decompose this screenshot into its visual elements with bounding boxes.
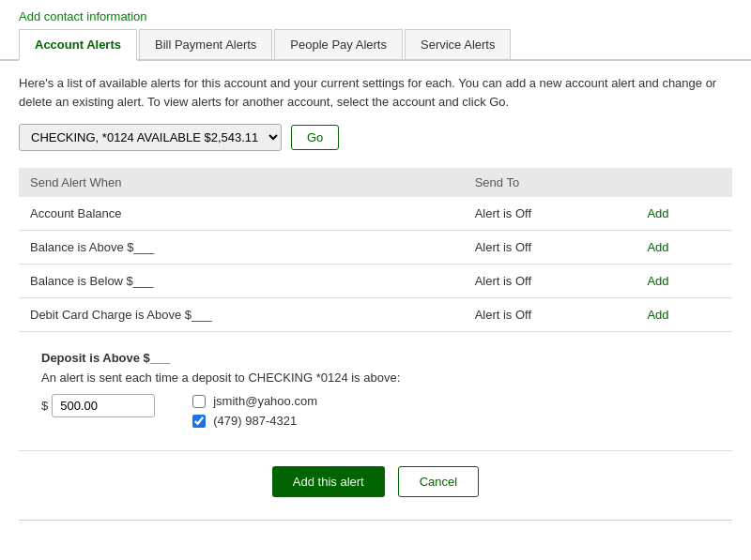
send-to-header: Send To bbox=[464, 168, 636, 197]
main-content: Here's a list of available alerts for th… bbox=[0, 61, 751, 520]
alert-action: Add bbox=[636, 197, 732, 231]
send-alert-when-header: Send Alert When bbox=[19, 168, 464, 197]
add-link[interactable]: Add bbox=[647, 206, 668, 220]
amount-input-row: $ bbox=[41, 394, 155, 417]
action-buttons: Add this alert Cancel bbox=[19, 451, 732, 507]
alert-label: Balance is Above $___ bbox=[19, 231, 464, 265]
contact-option-email: jsmith@yahoo.com bbox=[192, 394, 317, 408]
description-text: Here's a list of available alerts for th… bbox=[19, 74, 732, 111]
tab-account-alerts[interactable]: Account Alerts bbox=[19, 29, 137, 61]
add-contact-link[interactable]: Add contact information bbox=[19, 9, 147, 23]
phone-checkbox[interactable] bbox=[192, 415, 206, 428]
cancel-button[interactable]: Cancel bbox=[398, 466, 479, 497]
expanded-content: Deposit is Above $___ An alert is sent e… bbox=[30, 341, 721, 441]
dollar-sign: $ bbox=[41, 399, 48, 413]
add-alert-button[interactable]: Add this alert bbox=[272, 466, 385, 497]
contact-option-phone: (479) 987-4321 bbox=[192, 414, 317, 428]
alert-action: Add bbox=[636, 298, 732, 332]
alert-label: Account Balance bbox=[19, 197, 464, 231]
expanded-description: An alert is sent each time a deposit to … bbox=[41, 371, 710, 385]
expanded-alert-row: Deposit is Above $___ An alert is sent e… bbox=[19, 332, 732, 451]
table-row: Account Balance Alert is Off Add bbox=[19, 197, 732, 231]
add-link[interactable]: Add bbox=[647, 274, 668, 288]
alert-action: Add bbox=[636, 265, 732, 298]
table-row: Debit Card Charge is Above $___ Alert is… bbox=[19, 298, 732, 332]
add-link[interactable]: Add bbox=[647, 308, 668, 322]
email-checkbox[interactable] bbox=[192, 395, 206, 408]
table-row: Balance is Above $___ Alert is Off Add bbox=[19, 231, 732, 265]
tab-bill-payment-alerts[interactable]: Bill Payment Alerts bbox=[139, 29, 272, 59]
amount-input[interactable] bbox=[52, 394, 155, 417]
alerts-table: Send Alert When Send To Account Balance … bbox=[19, 168, 732, 451]
expanded-title: Deposit is Above $___ bbox=[41, 351, 710, 365]
alert-status: Alert is Off bbox=[464, 197, 636, 231]
go-button[interactable]: Go bbox=[291, 125, 339, 150]
alert-label: Debit Card Charge is Above $___ bbox=[19, 298, 464, 332]
alert-status: Alert is Off bbox=[464, 265, 636, 298]
send-to-options: jsmith@yahoo.com (479) 987-4321 bbox=[192, 394, 317, 428]
tab-people-pay-alerts[interactable]: People Pay Alerts bbox=[274, 29, 403, 59]
action-header bbox=[636, 168, 732, 197]
account-select-row: CHECKING, *0124 AVAILABLE $2,543.11 Go bbox=[19, 124, 732, 151]
alert-status: Alert is Off bbox=[464, 231, 636, 265]
email-label: jsmith@yahoo.com bbox=[213, 394, 317, 408]
top-link-container: Add contact information bbox=[0, 0, 751, 29]
add-link[interactable]: Add bbox=[647, 240, 668, 254]
alert-label: Balance is Below $___ bbox=[19, 265, 464, 298]
table-header-row: Send Alert When Send To bbox=[19, 168, 732, 197]
account-dropdown[interactable]: CHECKING, *0124 AVAILABLE $2,543.11 bbox=[19, 124, 282, 151]
bottom-divider bbox=[19, 520, 732, 521]
table-row: Balance is Below $___ Alert is Off Add bbox=[19, 265, 732, 298]
alert-action: Add bbox=[636, 231, 732, 265]
expanded-body: $ jsmith@yahoo.com (479) 987 bbox=[41, 394, 710, 428]
tab-service-alerts[interactable]: Service Alerts bbox=[405, 29, 511, 59]
phone-label: (479) 987-4321 bbox=[213, 414, 297, 428]
alert-status: Alert is Off bbox=[464, 298, 636, 332]
tabs-container: Account Alerts Bill Payment Alerts Peopl… bbox=[0, 29, 751, 61]
